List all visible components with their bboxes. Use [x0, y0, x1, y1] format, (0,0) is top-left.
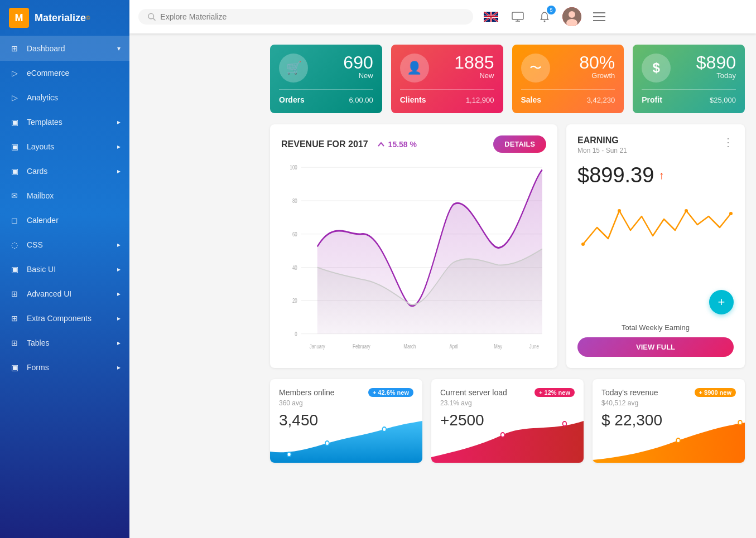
stat-cards: 🛒 690 New Orders 6,00,00 👤 1885 New Cl	[270, 45, 745, 113]
svg-rect-10	[484, 16, 498, 17]
templates-icon: ▣	[9, 117, 20, 128]
server-badge: + 12% new	[535, 388, 575, 397]
members-badge: + 42.6% new	[368, 388, 413, 397]
sales-icon: 〜	[521, 54, 550, 83]
sidebar-item-extra[interactable]: ⊞ Extra Components ▸	[0, 306, 129, 331]
revenue-svg: 100 80 60 40 20 0 January February March…	[281, 162, 546, 357]
sales-number: 80%	[579, 54, 615, 71]
sidebar-item-mailbox[interactable]: ✉ Mailbox	[0, 183, 129, 208]
cards-icon: ▣	[9, 166, 20, 177]
main-content: 🛒 690 New Orders 6,00,00 👤 1885 New Cl	[259, 33, 756, 538]
orders-label: Orders	[279, 95, 305, 104]
svg-text:20: 20	[292, 297, 297, 304]
sidebar-item-forms[interactable]: ▣ Forms ▸	[0, 355, 129, 380]
chart-title: REVENUE FOR 2017	[281, 139, 368, 149]
chevron-right-icon: ▸	[117, 290, 121, 298]
sidebar-item-templates[interactable]: ▣ Templates ▸	[0, 110, 129, 134]
svg-point-16	[569, 11, 575, 18]
svg-text:40: 40	[292, 264, 297, 271]
search-icon	[147, 12, 156, 21]
header: 5	[129, 0, 756, 33]
earning-period: Mon 15 - Sun 21	[577, 147, 627, 154]
details-button[interactable]: DETAILS	[493, 135, 546, 153]
svg-text:May: May	[494, 342, 502, 350]
svg-text:April: April	[450, 342, 459, 350]
screen-icon[interactable]	[509, 8, 527, 26]
sidebar-item-label: Cards	[27, 167, 117, 176]
earning-footer: Total Weekly Earning VIEW FULL	[577, 323, 734, 357]
chevron-right-icon: ▸	[117, 118, 121, 126]
orders-sub: 6,00,00	[349, 96, 373, 104]
sidebar-item-label: Analytics	[27, 93, 121, 102]
svg-point-44	[382, 427, 386, 432]
chevron-right-icon: ▸	[117, 363, 121, 371]
sidebar-item-dashboard[interactable]: ⊞ Dashboard ▾	[0, 36, 129, 61]
clients-number: 1885	[454, 54, 494, 71]
svg-point-39	[581, 243, 585, 246]
sidebar-item-css[interactable]: ◌ CSS ▸	[0, 232, 129, 257]
sales-label: Sales	[521, 95, 542, 104]
revenue-chart-mini	[593, 418, 745, 463]
layouts-icon: ▣	[9, 141, 20, 152]
server-chart	[431, 418, 584, 463]
svg-text:February: February	[353, 342, 370, 350]
add-button[interactable]: +	[709, 290, 734, 314]
earning-mini-chart	[577, 194, 734, 285]
svg-text:100: 100	[290, 164, 298, 171]
sidebar-item-label: Tables	[27, 338, 117, 347]
user-avatar[interactable]	[562, 7, 581, 26]
sidebar-item-basicui[interactable]: ▣ Basic UI ▸	[0, 257, 129, 282]
sidebar-item-calender[interactable]: ◻ Calender	[0, 208, 129, 232]
analytics-icon: ▷	[9, 92, 20, 103]
mini-card-members: Members online + 42.6% new 360 avg 3,450	[270, 379, 422, 463]
sidebar-item-label: Extra Components	[27, 314, 117, 323]
search-input[interactable]	[160, 12, 464, 21]
sidebar-item-analytics[interactable]: ▷ Analytics	[0, 85, 129, 110]
logo-text: Materialize	[35, 12, 86, 24]
sidebar-item-label: Basic UI	[27, 265, 117, 274]
trend-up-icon	[377, 140, 385, 148]
stat-card-profit: $ $890 Today Profit $25,000	[633, 45, 745, 113]
sidebar-item-ecommerce[interactable]: ▷ eCommerce	[0, 61, 129, 85]
chevron-right-icon: ▸	[117, 265, 121, 273]
uk-flag	[484, 12, 498, 22]
earning-amount: $899.39 ↑	[577, 163, 734, 187]
members-sub: 360 avg	[279, 399, 413, 407]
charts-row: REVENUE FOR 2017 15.58 % DETAILS	[270, 124, 745, 368]
tables-icon: ⊞	[9, 337, 20, 348]
chevron-right-icon: ▸	[117, 339, 121, 347]
stat-card-orders: 🛒 690 New Orders 6,00,00	[270, 45, 382, 113]
sidebar-item-advancedui[interactable]: ⊞ Advanced UI ▸	[0, 282, 129, 306]
logo-icon: M	[9, 8, 29, 28]
more-options-icon[interactable]: ⋮	[723, 135, 734, 149]
svg-point-14	[544, 21, 546, 22]
notification-icon[interactable]: 5	[536, 8, 553, 26]
view-full-button[interactable]: VIEW FULL	[577, 337, 734, 357]
sidebar: M Materialize © ⊞ Dashboard ▾ ▷ eCommerc…	[0, 0, 129, 538]
chevron-right-icon: ▸	[117, 167, 121, 175]
orders-new: New	[343, 71, 373, 80]
dashboard-icon: ⊞	[9, 43, 20, 54]
css-icon: ◌	[9, 239, 20, 250]
svg-rect-11	[512, 12, 523, 20]
sidebar-item-layouts[interactable]: ▣ Layouts ▸	[0, 134, 129, 159]
sidebar-item-cards[interactable]: ▣ Cards ▸	[0, 159, 129, 183]
chevron-right-icon: ▸	[117, 143, 121, 151]
stat-card-clients: 👤 1885 New Clients 1,12,900	[391, 45, 503, 113]
sidebar-item-label: Layouts	[27, 142, 117, 151]
menu-icon[interactable]	[590, 8, 608, 26]
sidebar-item-label: Templates	[27, 118, 117, 127]
earning-footer-label: Total Weekly Earning	[577, 323, 734, 332]
chevron-right-icon: ▸	[117, 314, 121, 322]
chevron-down-icon: ▾	[117, 45, 121, 52]
sidebar-item-tables[interactable]: ⊞ Tables ▸	[0, 331, 129, 355]
flag-icon[interactable]	[482, 8, 500, 26]
monitor-icon	[512, 12, 524, 22]
search-box[interactable]	[138, 9, 473, 25]
server-sub: 23.1% avg	[440, 399, 575, 407]
basicui-icon: ▣	[9, 264, 20, 275]
forms-icon: ▣	[9, 362, 20, 373]
profit-new: Today	[696, 71, 736, 80]
header-icons: 5	[482, 7, 608, 26]
advancedui-icon: ⊞	[9, 288, 20, 299]
